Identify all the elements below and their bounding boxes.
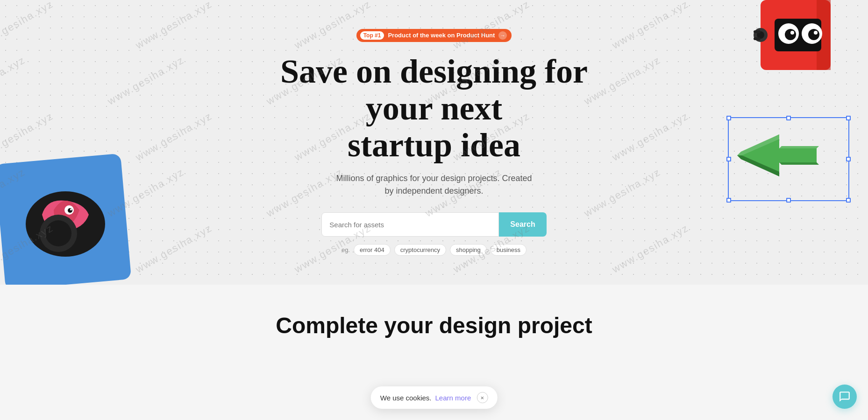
chat-button[interactable] — [832, 385, 857, 409]
tag-shopping[interactable]: shopping — [450, 244, 487, 256]
search-bar: Search — [321, 212, 546, 237]
watermark-text: www.gesiha.xyz — [106, 54, 186, 108]
search-input[interactable] — [321, 212, 499, 237]
svg-point-14 — [790, 31, 794, 35]
svg-point-5 — [45, 220, 71, 246]
search-tags-row: eg. error 404 cryptocurrency shopping bu… — [342, 244, 526, 256]
pink-creature-svg — [14, 163, 117, 257]
watermark-text: www.gesiha.xyz — [134, 0, 214, 51]
selection-handle-mr — [846, 157, 851, 161]
deco-green-arrow — [728, 117, 849, 201]
search-button[interactable]: Search — [499, 212, 546, 237]
badge-arrow-icon: → — [498, 31, 507, 40]
watermark-text: www.gesiha.xyz — [610, 110, 691, 164]
green-arrow-svg — [733, 123, 826, 188]
cookie-learn-more[interactable]: Learn more — [435, 394, 471, 402]
selection-handle-ml — [726, 157, 731, 161]
tags-label: eg. — [342, 246, 350, 253]
selection-handle-bm — [786, 198, 791, 203]
watermark-text: www.gesiha.xyz — [0, 54, 28, 108]
hero-title: Save on designing for your next startup … — [256, 53, 612, 164]
hero-subtitle: Millions of graphics for your design pro… — [336, 172, 532, 197]
watermark-text: www.gesiha.xyz — [134, 110, 214, 164]
watermark-text: www.gesiha.xyz — [264, 166, 345, 220]
svg-marker-20 — [737, 134, 817, 176]
watermark-text: www.gesiha.xyz — [582, 166, 663, 220]
svg-marker-21 — [779, 146, 819, 148]
badge-container[interactable]: Top #1 Product of the week on Product Hu… — [356, 29, 512, 42]
cookie-text: We use cookies. — [380, 394, 432, 402]
svg-point-2 — [68, 208, 72, 213]
badge-text: Product of the week on Product Hunt — [388, 32, 495, 39]
deco-pink-creature — [0, 140, 145, 285]
selection-handle-tm — [786, 116, 791, 120]
svg-point-3 — [70, 209, 72, 210]
bottom-title: Complete your design project — [276, 313, 592, 338]
chat-icon — [839, 391, 851, 403]
deco-red-box — [747, 0, 840, 79]
watermark-text: www.gesiha.xyz — [134, 222, 214, 276]
watermark-text: www.gesiha.xyz — [610, 0, 691, 51]
cookie-banner: We use cookies. Learn more × — [371, 386, 498, 409]
tag-cryptocurrency[interactable]: cryptocurrency — [394, 244, 446, 256]
selection-handle-tr — [846, 116, 851, 120]
watermark-text: www.gesiha.xyz — [451, 0, 532, 51]
svg-marker-22 — [779, 162, 819, 165]
selection-handle-br — [846, 198, 851, 203]
cookie-close-button[interactable]: × — [477, 392, 488, 403]
watermark-text: www.gesiha.xyz — [0, 0, 56, 51]
watermark-text: www.gesiha.xyz — [610, 222, 691, 276]
product-hunt-badge[interactable]: Top #1 Product of the week on Product Hu… — [356, 29, 512, 42]
svg-rect-19 — [754, 37, 761, 40]
red-box-svg — [747, 0, 840, 79]
watermark-text: www.gesiha.xyz — [292, 0, 373, 51]
svg-rect-18 — [754, 30, 761, 33]
svg-point-13 — [808, 29, 819, 40]
badge-rank: Top #1 — [360, 31, 384, 40]
tag-error404[interactable]: error 404 — [354, 244, 391, 256]
svg-point-15 — [814, 31, 818, 35]
selection-handle-bl — [726, 198, 731, 203]
hero-section: www.gesiha.xyz www.gesiha.xyz www.gesiha… — [0, 0, 868, 285]
svg-point-12 — [785, 29, 796, 40]
selection-handle-tl — [726, 116, 731, 120]
tag-business[interactable]: business — [491, 244, 526, 256]
